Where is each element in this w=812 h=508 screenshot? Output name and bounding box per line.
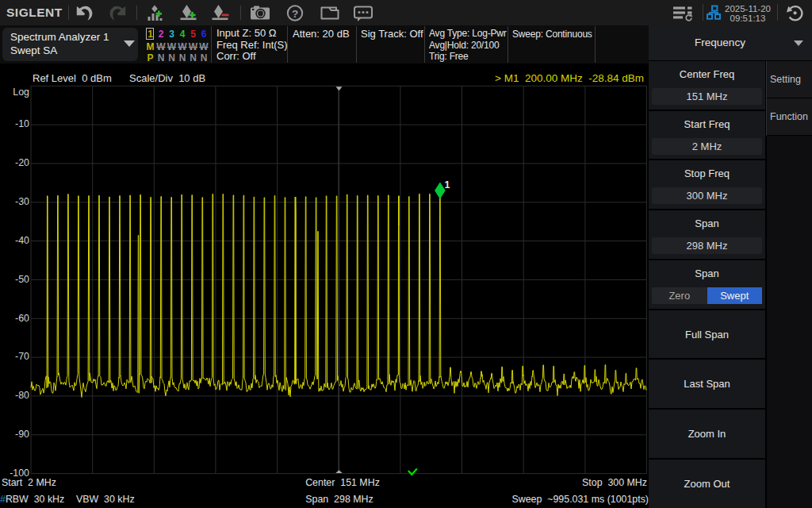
svg-text:Span 298 MHz: Span 298 MHz <box>305 494 373 505</box>
svg-text:-70: -70 <box>15 351 29 362</box>
svg-text:2025-11-20: 2025-11-20 <box>725 4 771 13</box>
svg-text:Ref Level 0 dBm: Ref Level 0 dBm <box>33 72 112 84</box>
svg-text:-20: -20 <box>15 157 29 168</box>
svg-text:-50: -50 <box>15 274 29 285</box>
svg-text:VBW 30 kHz: VBW 30 kHz <box>76 494 135 505</box>
svg-text:SIGLENT: SIGLENT <box>6 6 63 19</box>
svg-text:-80: -80 <box>15 390 29 401</box>
svg-text:Stop 300 MHz: Stop 300 MHz <box>582 477 647 488</box>
svg-text:-40: -40 <box>15 235 29 246</box>
svg-text:Scale/Div 10 dB: Scale/Div 10 dB <box>129 72 205 84</box>
svg-text:> M1 200.00 MHz -28.84 dBm: > M1 200.00 MHz -28.84 dBm <box>495 72 644 84</box>
svg-text:#RBW 30 kHz: #RBW 30 kHz <box>0 494 64 505</box>
svg-text:-30: -30 <box>15 196 29 207</box>
svg-text:Log: Log <box>13 87 29 98</box>
svg-text:1: 1 <box>445 179 450 190</box>
svg-text:-60: -60 <box>15 313 29 324</box>
svg-text:Start 2 MHz: Start 2 MHz <box>2 477 56 488</box>
svg-text:-10: -10 <box>15 118 29 129</box>
svg-text:09:51:13: 09:51:13 <box>730 13 766 23</box>
svg-text:?: ? <box>292 8 298 20</box>
svg-text:Sweep ~995.031 ms (1001pts): Sweep ~995.031 ms (1001pts) <box>511 494 649 505</box>
svg-text:-90: -90 <box>15 429 29 440</box>
svg-text:Center 151 MHz: Center 151 MHz <box>305 477 380 488</box>
